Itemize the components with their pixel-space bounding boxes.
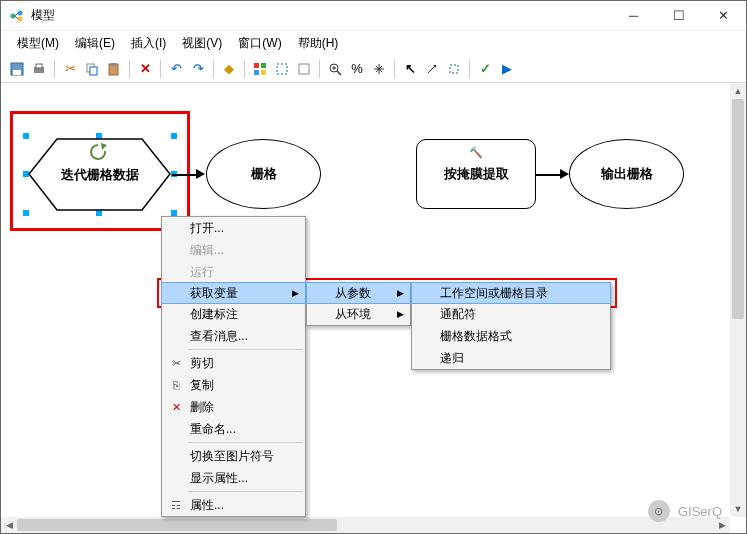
model-canvas[interactable]: 迭代栅格数据 栅格 🔨 按掩膜提取 输出栅格 打开... 编辑... 运行 — [1, 83, 730, 517]
iterator-label: 迭代栅格数据 — [61, 166, 139, 184]
save-icon[interactable] — [7, 59, 27, 79]
menu-view[interactable]: 视图(V) — [176, 33, 228, 54]
svg-rect-17 — [277, 64, 287, 74]
tool-node[interactable]: 🔨 按掩膜提取 — [416, 139, 536, 209]
menu-attr[interactable]: ☶属性... — [162, 494, 305, 516]
ellipse-output-label: 输出栅格 — [601, 165, 653, 183]
chevron-right-icon: ▶ — [397, 288, 404, 298]
menu-edit-item[interactable]: 编辑... — [162, 239, 305, 261]
paste-icon[interactable] — [104, 59, 124, 79]
svg-rect-18 — [299, 64, 309, 74]
context-menu-main: 打开... 编辑... 运行 获取变量▶ 创建标注 查看消息... ✂剪切 ⎘复… — [161, 216, 306, 517]
watermark: ⊙ GISerQ — [648, 500, 722, 522]
menu-wildcard[interactable]: 通配符 — [412, 303, 610, 325]
delete-icon[interactable]: ✕ — [135, 59, 155, 79]
delete-icon-sm: ✕ — [168, 401, 184, 414]
menu-insert[interactable]: 插入(I) — [125, 33, 172, 54]
maximize-button[interactable]: ☐ — [656, 1, 701, 30]
svg-rect-8 — [36, 64, 42, 68]
menu-get-variable[interactable]: 获取变量▶ — [161, 282, 306, 304]
menu-window[interactable]: 窗口(W) — [232, 33, 287, 54]
validate-icon[interactable]: ✓ — [475, 59, 495, 79]
menu-run[interactable]: 运行 — [162, 261, 305, 283]
connector-1 — [172, 174, 197, 176]
hscroll-thumb[interactable] — [17, 519, 337, 531]
menu-create-label[interactable]: 创建标注 — [162, 303, 305, 325]
iterator-node[interactable]: 迭代栅格数据 — [27, 137, 172, 212]
scroll-down-icon[interactable]: ▼ — [730, 501, 746, 517]
menu-edit[interactable]: 编辑(E) — [69, 33, 121, 54]
select-icon[interactable]: ↖ — [400, 59, 420, 79]
add-data-icon[interactable]: ◆ — [219, 59, 239, 79]
tool-label: 按掩膜提取 — [444, 165, 509, 183]
app-window: 模型 ─ ☐ ✕ 模型(M) 编辑(E) 插入(I) 视图(V) 窗口(W) 帮… — [0, 0, 747, 534]
menubar: 模型(M) 编辑(E) 插入(I) 视图(V) 窗口(W) 帮助(H) — [1, 31, 746, 55]
menu-delete[interactable]: ✕删除 — [162, 396, 305, 418]
close-button[interactable]: ✕ — [701, 1, 746, 30]
ellipse-raster-label: 栅格 — [251, 165, 277, 183]
minimize-button[interactable]: ─ — [611, 1, 656, 30]
titlebar: 模型 ─ ☐ ✕ — [1, 1, 746, 31]
svg-rect-10 — [90, 67, 97, 75]
wechat-icon: ⊙ — [648, 500, 670, 522]
chevron-right-icon: ▶ — [397, 309, 404, 319]
copy-icon-sm: ⎘ — [168, 379, 184, 391]
svg-line-4 — [15, 16, 18, 19]
svg-rect-25 — [450, 65, 458, 73]
undo-icon[interactable]: ↶ — [166, 59, 186, 79]
scroll-left-icon[interactable]: ◀ — [1, 517, 17, 533]
zoom-in-icon[interactable] — [325, 59, 345, 79]
menu-open[interactable]: 打开... — [162, 217, 305, 239]
svg-rect-16 — [261, 70, 266, 75]
menu-rename[interactable]: 重命名... — [162, 418, 305, 440]
svg-point-0 — [11, 13, 16, 18]
menu-from-env[interactable]: 从环境▶ — [307, 303, 410, 325]
chevron-right-icon: ▶ — [292, 288, 299, 298]
svg-marker-27 — [101, 143, 107, 150]
vscroll-thumb[interactable] — [732, 99, 744, 319]
menu-raster-format[interactable]: 栅格数据格式 — [412, 325, 610, 347]
copy-icon[interactable] — [82, 59, 102, 79]
app-icon — [9, 8, 25, 24]
svg-line-3 — [15, 13, 18, 16]
ellipse-output[interactable]: 输出栅格 — [569, 139, 684, 209]
hammer-icon: 🔨 — [469, 146, 483, 159]
menu-cut[interactable]: ✂剪切 — [162, 352, 305, 374]
menu-model[interactable]: 模型(M) — [11, 33, 65, 54]
window-title: 模型 — [31, 7, 611, 24]
ellipse-raster[interactable]: 栅格 — [206, 139, 321, 209]
svg-point-1 — [18, 10, 23, 15]
svg-rect-13 — [254, 63, 259, 68]
vertical-scrollbar[interactable]: ▲ ▼ — [730, 83, 746, 517]
print-icon[interactable] — [29, 59, 49, 79]
auto-layout-icon[interactable] — [250, 59, 270, 79]
connect-icon[interactable] — [422, 59, 442, 79]
svg-rect-6 — [13, 70, 21, 75]
menu-copy[interactable]: ⎘复制 — [162, 374, 305, 396]
context-submenu-1: 从参数▶ 从环境▶ — [306, 282, 411, 326]
svg-rect-15 — [254, 70, 259, 75]
run-icon[interactable]: ▶ — [497, 59, 517, 79]
select-all-icon[interactable] — [444, 59, 464, 79]
menu-workspace[interactable]: 工作空间或栅格目录 — [411, 282, 611, 304]
horizontal-scrollbar[interactable]: ◀ ▶ — [1, 517, 730, 533]
connector-2 — [536, 174, 561, 176]
pan-icon[interactable] — [369, 59, 389, 79]
scroll-up-icon[interactable]: ▲ — [730, 83, 746, 99]
watermark-text: GISerQ — [678, 504, 722, 519]
menu-from-param[interactable]: 从参数▶ — [306, 282, 411, 304]
svg-point-2 — [18, 16, 23, 21]
menu-help[interactable]: 帮助(H) — [292, 33, 345, 54]
context-submenu-2: 工作空间或栅格目录 通配符 栅格数据格式 递归 — [411, 282, 611, 370]
svg-line-20 — [337, 71, 341, 75]
redo-icon[interactable]: ↷ — [188, 59, 208, 79]
cut-icon[interactable]: ✂ — [60, 59, 80, 79]
menu-show-attr[interactable]: 显示属性... — [162, 467, 305, 489]
menu-recursive[interactable]: 递归 — [412, 347, 610, 369]
menu-switch-pic[interactable]: 切换至图片符号 — [162, 445, 305, 467]
zoom-actual-icon[interactable]: % — [347, 59, 367, 79]
menu-view-messages[interactable]: 查看消息... — [162, 325, 305, 347]
cut-icon-sm: ✂ — [168, 357, 184, 370]
full-extent-icon[interactable] — [272, 59, 292, 79]
fixed-zoom-icon[interactable] — [294, 59, 314, 79]
